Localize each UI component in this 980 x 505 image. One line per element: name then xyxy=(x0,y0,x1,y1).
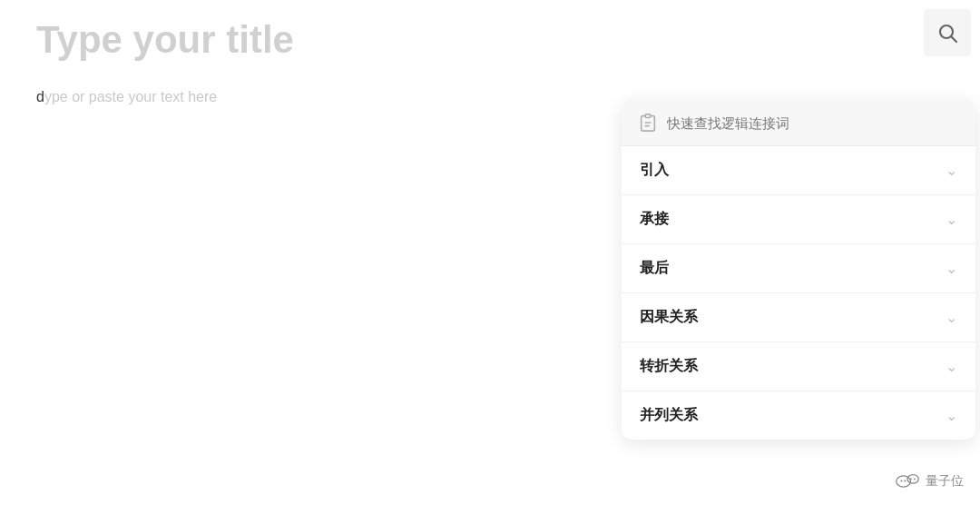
svg-point-6 xyxy=(907,475,918,484)
dropdown-item-0[interactable]: 引入 ⌄ xyxy=(622,146,975,195)
dropdown-item-label-3: 因果关系 xyxy=(640,308,698,327)
body-placeholder: ype or paste your text here xyxy=(44,89,217,105)
title-placeholder: Type your title xyxy=(36,18,581,62)
dropdown-item-4[interactable]: 转折关系 ⌄ xyxy=(622,342,975,391)
connector-search-input[interactable] xyxy=(667,115,959,131)
svg-point-7 xyxy=(900,480,902,482)
chevron-down-icon-3: ⌄ xyxy=(946,309,957,326)
dropdown-item-label-4: 转折关系 xyxy=(640,357,698,376)
wechat-watermark: 量子位 xyxy=(895,469,964,494)
watermark-text: 量子位 xyxy=(926,473,964,490)
chevron-down-icon-5: ⌄ xyxy=(946,407,957,424)
dropdown-item-5[interactable]: 并列关系 ⌄ xyxy=(622,391,975,440)
search-bar xyxy=(622,100,975,146)
dropdown-item-label-1: 承接 xyxy=(640,210,669,229)
clipboard-icon xyxy=(638,113,658,133)
search-button[interactable] xyxy=(924,9,971,56)
svg-line-1 xyxy=(952,37,957,43)
search-icon xyxy=(936,22,958,44)
dropdown-item-2[interactable]: 最后 ⌄ xyxy=(622,244,975,293)
chevron-down-icon-2: ⌄ xyxy=(946,260,957,277)
dropdown-panel: 引入 ⌄ 承接 ⌄ 最后 ⌄ 因果关系 ⌄ 转折关系 ⌄ 并列关系 ⌄ xyxy=(622,100,975,440)
svg-point-9 xyxy=(910,478,912,480)
dropdown-item-label-2: 最后 xyxy=(640,259,669,278)
body-text-area: d ype or paste your text here xyxy=(36,89,581,105)
chevron-down-icon-0: ⌄ xyxy=(946,162,957,179)
chevron-down-icon-4: ⌄ xyxy=(946,358,957,375)
dropdown-item-label-0: 引入 xyxy=(640,161,669,180)
body-cursor: d xyxy=(36,89,44,105)
dropdown-item-1[interactable]: 承接 ⌄ xyxy=(622,195,975,244)
svg-point-8 xyxy=(904,480,906,482)
wechat-logo-icon xyxy=(895,469,920,494)
dropdown-item-label-5: 并列关系 xyxy=(640,406,698,425)
dropdown-items-list: 引入 ⌄ 承接 ⌄ 最后 ⌄ 因果关系 ⌄ 转折关系 ⌄ 并列关系 ⌄ xyxy=(622,146,975,440)
dropdown-item-3[interactable]: 因果关系 ⌄ xyxy=(622,293,975,342)
svg-point-10 xyxy=(914,478,916,480)
chevron-down-icon-1: ⌄ xyxy=(946,211,957,228)
svg-rect-2 xyxy=(645,114,651,118)
